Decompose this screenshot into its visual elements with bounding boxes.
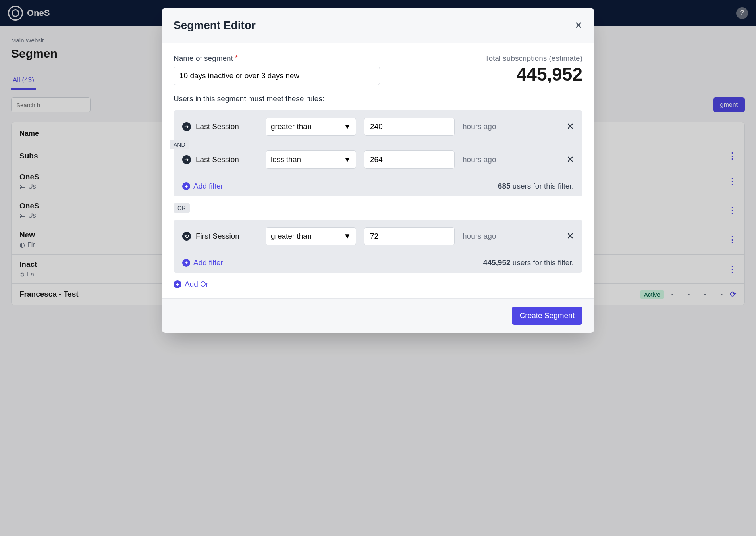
chevron-down-icon: ▼ (343, 155, 351, 164)
rules-intro: Users in this segment must meet these ru… (174, 94, 582, 103)
chevron-down-icon: ▼ (343, 122, 351, 131)
plus-icon: + (182, 259, 190, 267)
or-separator: OR (174, 203, 582, 213)
session-icon: ⟲ (182, 232, 191, 241)
rule-field-label: First Session (196, 232, 239, 241)
rule-field-label: Last Session (196, 155, 239, 164)
rule-group: ⟲ First Session greater than▼ hours ago … (174, 220, 582, 273)
rule-row: ⟲ First Session greater than▼ hours ago … (174, 220, 582, 253)
rule-row: ➔ Last Session greater than▼ hours ago ✕ (174, 110, 582, 143)
remove-rule-icon[interactable]: ✕ (567, 154, 574, 165)
rule-group: AND ➔ Last Session greater than▼ hours a… (174, 110, 582, 196)
segment-name-input[interactable] (174, 67, 380, 85)
close-icon[interactable]: ✕ (575, 20, 582, 31)
modal-footer: Create Segment (162, 298, 594, 316)
session-icon: ➔ (182, 155, 191, 164)
unit-label: hours ago (463, 122, 496, 131)
chevron-down-icon: ▼ (343, 232, 351, 241)
operator-select[interactable]: greater than▼ (266, 227, 356, 245)
add-filter-button[interactable]: + Add filter (182, 258, 223, 267)
name-label: Name of segment * (174, 54, 475, 63)
value-input[interactable] (364, 150, 455, 169)
and-chip: AND (170, 140, 189, 149)
add-or-button[interactable]: + Add Or (174, 280, 582, 289)
plus-icon: + (182, 182, 190, 190)
value-input[interactable] (364, 227, 455, 245)
operator-select[interactable]: less than▼ (266, 150, 356, 169)
value-input[interactable] (364, 118, 455, 136)
modal-header: Segment Editor ✕ (162, 8, 594, 43)
unit-label: hours ago (463, 232, 496, 241)
group-user-count: 685 users for this filter. (498, 182, 574, 191)
rule-field-label: Last Session (196, 122, 239, 131)
session-icon: ➔ (182, 122, 191, 131)
remove-rule-icon[interactable]: ✕ (567, 121, 574, 132)
group-user-count: 445,952 users for this filter. (483, 258, 574, 267)
modal-body: Name of segment * Total subscriptions (e… (162, 43, 594, 298)
estimate-value: 445,952 (485, 64, 582, 85)
remove-rule-icon[interactable]: ✕ (567, 231, 574, 241)
add-filter-button[interactable]: + Add filter (182, 182, 223, 191)
rule-row: ➔ Last Session less than▼ hours ago ✕ (174, 143, 582, 176)
segment-editor-modal: Segment Editor ✕ Name of segment * Total… (162, 8, 594, 316)
create-segment-button[interactable]: Create Segment (512, 307, 582, 316)
or-chip: OR (174, 203, 190, 213)
estimate-label: Total subscriptions (estimate) (485, 54, 582, 63)
required-star: * (235, 54, 238, 62)
unit-label: hours ago (463, 155, 496, 164)
modal-title: Segment Editor (174, 19, 256, 32)
operator-select[interactable]: greater than▼ (266, 118, 356, 136)
plus-icon: + (174, 280, 181, 288)
